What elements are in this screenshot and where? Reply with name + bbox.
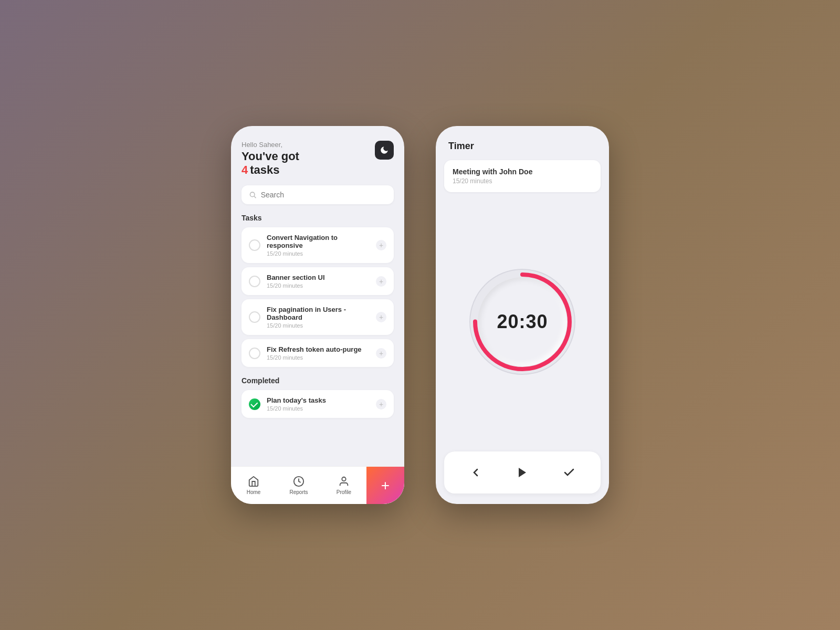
meeting-title: Meeting with John Doe bbox=[453, 167, 592, 176]
left-phone: Hello Saheer, You've got 4 tasks bbox=[231, 126, 404, 504]
svg-point-3 bbox=[342, 477, 345, 481]
svg-line-1 bbox=[254, 196, 256, 198]
header-row: Hello Saheer, You've got 4 tasks bbox=[242, 141, 394, 177]
task-time-3: 15/20 minutes bbox=[267, 322, 370, 329]
task-name-3: Fix pagination in Users - Dashboard bbox=[267, 306, 370, 321]
timer-controls bbox=[444, 452, 601, 494]
task-checkbox-3[interactable] bbox=[249, 311, 260, 323]
search-input[interactable] bbox=[261, 191, 386, 199]
home-icon bbox=[248, 476, 259, 487]
timer-area: 20:30 bbox=[436, 192, 609, 452]
bottom-nav: Home Reports Profile + bbox=[231, 466, 404, 504]
search-icon bbox=[249, 191, 257, 199]
nav-reports-label: Reports bbox=[289, 489, 308, 495]
tasks-list: Convert Navigation to responsive 15/20 m… bbox=[242, 227, 394, 367]
task-expand-1[interactable]: + bbox=[376, 240, 386, 250]
task-info-4: Fix Refresh token auto-purge 15/20 minut… bbox=[267, 345, 370, 361]
timer-outer: 20:30 bbox=[465, 264, 580, 380]
timer-display: 20:30 bbox=[497, 311, 548, 333]
dark-mode-button[interactable] bbox=[375, 141, 394, 160]
nav-home-label: Home bbox=[247, 489, 261, 495]
task-checkbox-2[interactable] bbox=[249, 276, 260, 287]
task-item: Fix Refresh token auto-purge 15/20 minut… bbox=[242, 339, 394, 367]
completed-task-info-1: Plan today's tasks 15/20 minutes bbox=[267, 396, 370, 412]
done-button[interactable] bbox=[556, 460, 582, 485]
task-item: Banner section UI 15/20 minutes + bbox=[242, 267, 394, 295]
greeting-text: Hello Saheer, bbox=[242, 141, 299, 149]
task-time-1: 15/20 minutes bbox=[267, 250, 370, 257]
completed-task-name-1: Plan today's tasks bbox=[267, 396, 370, 404]
moon-icon bbox=[380, 145, 389, 155]
completed-list: Plan today's tasks 15/20 minutes + bbox=[242, 390, 394, 418]
task-name-1: Convert Navigation to responsive bbox=[267, 234, 370, 249]
search-bar[interactable] bbox=[242, 185, 394, 204]
right-phone: Timer Meeting with John Doe 15/20 minute… bbox=[436, 126, 609, 504]
nav-home[interactable]: Home bbox=[231, 467, 276, 504]
completed-section-title: Completed bbox=[242, 376, 394, 385]
meeting-card: Meeting with John Doe 15/20 minutes bbox=[444, 160, 601, 192]
heading-text: Hello Saheer, You've got 4 tasks bbox=[242, 141, 299, 177]
task-time-2: 15/20 minutes bbox=[267, 282, 370, 289]
task-expand-2[interactable]: + bbox=[376, 276, 386, 287]
svg-marker-4 bbox=[519, 468, 526, 477]
completed-task-expand-1[interactable]: + bbox=[376, 399, 386, 410]
task-info-1: Convert Navigation to responsive 15/20 m… bbox=[267, 234, 370, 257]
reports-icon bbox=[293, 476, 304, 487]
prev-button[interactable] bbox=[463, 460, 488, 485]
task-count-number: 4 bbox=[242, 163, 248, 177]
task-item: Convert Navigation to responsive 15/20 m… bbox=[242, 227, 394, 263]
task-expand-4[interactable]: + bbox=[376, 348, 386, 359]
check-icon bbox=[563, 466, 575, 479]
task-name-2: Banner section UI bbox=[267, 274, 370, 281]
timer-title: Timer bbox=[436, 126, 609, 160]
left-phone-content: Hello Saheer, You've got 4 tasks bbox=[231, 126, 404, 466]
task-info-3: Fix pagination in Users - Dashboard 15/2… bbox=[267, 306, 370, 329]
prev-icon bbox=[469, 466, 482, 479]
nav-add-button[interactable]: + bbox=[366, 467, 404, 504]
task-expand-3[interactable]: + bbox=[376, 312, 386, 322]
nav-reports[interactable]: Reports bbox=[276, 467, 321, 504]
play-icon bbox=[516, 466, 529, 479]
timer-inner: 20:30 bbox=[478, 277, 567, 366]
nav-profile-label: Profile bbox=[337, 489, 351, 495]
completed-task-item: Plan today's tasks 15/20 minutes + bbox=[242, 390, 394, 418]
heading-line1: You've got bbox=[242, 150, 299, 163]
task-info-2: Banner section UI 15/20 minutes bbox=[267, 274, 370, 289]
task-time-4: 15/20 minutes bbox=[267, 354, 370, 361]
tasks-section-title: Tasks bbox=[242, 214, 394, 222]
heading-line2: tasks bbox=[250, 163, 279, 177]
task-checkbox-4[interactable] bbox=[249, 348, 260, 359]
completed-task-time-1: 15/20 minutes bbox=[267, 405, 370, 412]
task-item: Fix pagination in Users - Dashboard 15/2… bbox=[242, 299, 394, 335]
nav-profile[interactable]: Profile bbox=[321, 467, 366, 504]
meeting-time: 15/20 minutes bbox=[453, 177, 592, 185]
add-icon: + bbox=[381, 478, 390, 493]
task-name-4: Fix Refresh token auto-purge bbox=[267, 345, 370, 353]
task-checkbox-completed-1[interactable] bbox=[249, 398, 260, 410]
svg-point-0 bbox=[250, 192, 255, 197]
profile-icon bbox=[338, 476, 350, 487]
task-checkbox-1[interactable] bbox=[249, 239, 260, 251]
play-button[interactable] bbox=[510, 460, 535, 485]
